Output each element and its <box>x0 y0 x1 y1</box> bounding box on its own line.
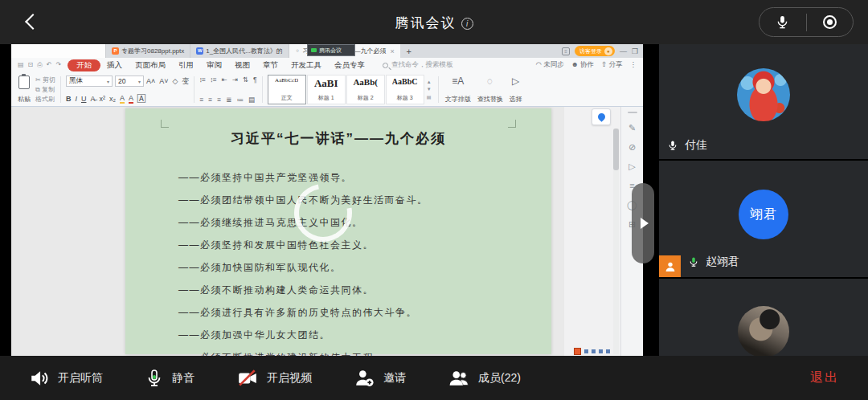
pen-icon[interactable]: ✎ <box>628 124 636 133</box>
shading-icon[interactable]: ▤ <box>248 96 255 104</box>
bold-button[interactable]: B <box>66 95 72 103</box>
subscript-button[interactable]: x₂ <box>109 95 116 103</box>
styles-scroll[interactable]: ▲▼▤ <box>425 75 433 104</box>
new-tab-button[interactable]: + <box>400 44 418 58</box>
wps-home-area[interactable] <box>11 44 106 58</box>
wps-tab-doc[interactable]: W 1_全国人民代...教育法》的 <box>190 44 289 58</box>
ribbon-divider <box>60 76 61 103</box>
maximize-icon[interactable]: ❐ <box>632 47 638 55</box>
font-color-button[interactable]: A <box>129 94 133 104</box>
underline-button[interactable]: U <box>81 95 87 103</box>
font-name-select[interactable]: 黑体▾ <box>66 76 113 87</box>
meeting-screen: 腾讯会议i P 专题学习0828ppt.pptx W 1_全国人民代...教育法… <box>0 0 868 400</box>
char-border-icon[interactable]: 🄰 <box>137 95 145 104</box>
pointer-icon[interactable]: ▷ <box>628 162 635 171</box>
info-icon[interactable]: i <box>461 18 473 30</box>
mic-toggle-button[interactable] <box>760 8 806 36</box>
close-tab-icon[interactable]: × <box>391 47 395 55</box>
highlight-color-button[interactable]: A <box>120 94 125 104</box>
italic-button[interactable]: I <box>75 95 77 103</box>
command-search[interactable]: 查找命令，搜索模板 <box>383 60 453 70</box>
menu-tab-page-layout[interactable]: 页面布局 <box>129 59 172 71</box>
show-marks-icon[interactable]: ¶ <box>253 76 257 84</box>
clear-format-icon[interactable]: ◇ <box>172 77 178 85</box>
collab-button[interactable]: ☻ 协作 <box>571 60 594 70</box>
mute-button[interactable]: 静音 <box>145 368 194 389</box>
shrink-font-icon[interactable]: A˅ <box>159 77 168 85</box>
more-menu-icon[interactable]: ⋮ <box>630 60 637 70</box>
number-list-icon[interactable]: ⁝≡ <box>211 76 217 84</box>
align-right-icon[interactable]: ≡ <box>217 96 221 104</box>
speaker-button[interactable]: 开启听筒 <box>29 368 103 389</box>
cut-button[interactable]: ✂ 剪切 <box>35 76 55 84</box>
menu-tab-member[interactable]: 会员专享 <box>328 59 371 71</box>
exit-button[interactable]: 退出 <box>810 369 839 386</box>
format-painter-button[interactable]: 格式刷 <box>35 95 55 104</box>
pinyin-icon[interactable]: 变 <box>182 76 189 87</box>
align-center-icon[interactable]: ≡ <box>208 96 212 104</box>
meeting-share-indicator[interactable]: 腾讯会议 <box>307 44 355 56</box>
members-button[interactable]: 成员(22) <box>448 368 521 389</box>
toolbar-handle[interactable] <box>628 112 637 113</box>
wps-tab-ppt[interactable]: P 专题学习0828ppt.pptx <box>106 44 190 58</box>
font-size-select[interactable]: 20▾ <box>115 76 144 87</box>
menu-tab-home[interactable]: 开始 <box>68 59 100 71</box>
grow-font-icon[interactable]: A˄ <box>146 77 155 85</box>
location-pin-button[interactable] <box>592 108 611 125</box>
bullet-list-icon[interactable]: ⁝≡ <box>199 76 206 84</box>
superscript-button[interactable]: x² <box>99 95 105 103</box>
save-icon[interactable]: ⊡ <box>28 61 34 69</box>
undo-icon[interactable]: ↶ <box>47 61 52 69</box>
record-button[interactable] <box>807 8 854 36</box>
menu-right-actions: ◠ 未同步 ☻ 协作 ⇧ 分享 ⋮ <box>535 60 637 70</box>
paste-label: 粘贴 <box>18 95 31 104</box>
participant-tile[interactable] <box>659 279 868 356</box>
text-layout-button[interactable]: ≡A 文字排版 <box>445 76 471 104</box>
file-menu-icon[interactable]: ▤ <box>18 61 24 69</box>
crop-mark <box>161 120 169 128</box>
scrollbar-thumb[interactable] <box>613 129 619 170</box>
document-scrollbar[interactable] <box>613 129 619 354</box>
paste-button[interactable]: 粘贴 <box>14 74 34 105</box>
quick-access-toolbar[interactable]: ▤⊡⎙↶↷ <box>18 61 61 69</box>
share-button[interactable]: ⇧ 分享 <box>601 60 622 70</box>
login-button[interactable]: 访客登录● <box>575 46 615 56</box>
menu-tab-insert[interactable]: 插入 <box>100 59 129 71</box>
outdent-icon[interactable]: ⇤ <box>222 76 227 84</box>
avatar-photo <box>738 306 789 356</box>
tab-list-icon[interactable]: ≡ <box>562 47 570 55</box>
crop-mark <box>508 120 516 128</box>
style-heading1[interactable]: AaBI 标题 1 <box>307 75 346 104</box>
eraser-icon[interactable]: ⊘ <box>628 143 636 152</box>
menu-tab-references[interactable]: 引用 <box>172 59 200 71</box>
line-spacing-icon[interactable]: ≔ <box>236 96 244 104</box>
participant-tile[interactable]: 翊君 赵翊君 <box>659 161 868 277</box>
indent-icon[interactable]: ⇥ <box>232 76 238 84</box>
sidebar-expand-handle[interactable] <box>632 183 654 263</box>
document-margin-pane <box>564 107 620 356</box>
copy-button[interactable]: ⧉ 复制 <box>35 85 55 94</box>
style-heading3[interactable]: AaBbC 标题 3 <box>386 75 424 104</box>
start-video-button[interactable]: 开启视频 <box>236 368 312 389</box>
redo-icon[interactable]: ↷ <box>55 61 61 69</box>
align-left-icon[interactable]: ≡ <box>199 96 203 104</box>
find-replace-button[interactable]: ◌ 查找替换 <box>477 76 503 104</box>
style-normal[interactable]: AaBbCcD 正文 <box>268 75 306 104</box>
avatar <box>737 68 790 121</box>
justify-icon[interactable]: ≣ <box>226 96 231 104</box>
menu-tab-review[interactable]: 审阅 <box>200 59 228 71</box>
minimize-icon[interactable]: — <box>620 47 627 55</box>
strikethrough-button[interactable]: A̶ <box>90 95 95 103</box>
menu-tab-developer[interactable]: 开发工具 <box>285 59 328 71</box>
sync-status[interactable]: ◠ 未同步 <box>535 60 563 70</box>
doc-file-icon: W <box>196 47 203 55</box>
menu-tab-view[interactable]: 视图 <box>228 59 256 71</box>
select-button[interactable]: ▷ 选择 <box>510 76 522 104</box>
menu-tab-section[interactable]: 章节 <box>256 59 285 71</box>
participant-tile[interactable]: 付佳 <box>659 44 868 159</box>
invite-button[interactable]: 邀请 <box>354 368 406 389</box>
print-icon[interactable]: ⎙ <box>37 61 42 69</box>
sort-icon[interactable]: ⇅ <box>243 76 248 84</box>
style-heading2[interactable]: AaBb( 标题 2 <box>346 75 385 104</box>
document-area[interactable]: 习近平“七一讲话”——九个必须 ——必须坚持中国共产党坚强领导。 ——必须团结带… <box>11 107 620 356</box>
